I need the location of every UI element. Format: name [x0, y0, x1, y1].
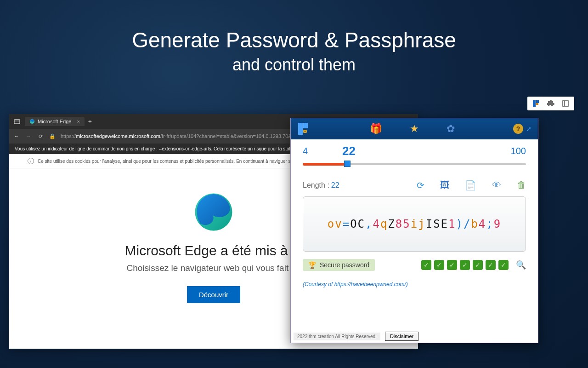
info-icon: i [28, 158, 34, 164]
trophy-icon: 🏆 [308, 261, 316, 269]
length-label: Length : [303, 181, 329, 190]
strength-label: Secure password [320, 261, 369, 269]
cookie-notice-text: Ce site utilise des cookies pour l'analy… [38, 159, 330, 164]
hero-title: Generate Password & Passphrase [0, 28, 588, 52]
courtesy-link[interactable]: (Courtesy of https://haveibeenpwned.com/… [303, 281, 526, 288]
edge-favicon-icon [29, 119, 35, 124]
lock-icon[interactable]: 🔒 [49, 133, 56, 139]
edge-logo-icon [193, 191, 234, 233]
visibility-icon[interactable]: 👁 [492, 180, 501, 191]
slider-thumb[interactable] [344, 161, 351, 167]
slider-fill [303, 163, 347, 166]
popup-logo-icon[interactable] [297, 122, 311, 136]
strength-box: ✓ [434, 260, 444, 270]
hero-subtitle: and control them [0, 55, 588, 75]
tab-title: Microsoft Edge [38, 119, 71, 124]
nav-refresh-icon[interactable]: ⟳ [37, 133, 44, 139]
popup-header: 🎁 ★ ✿ ? ⤢ [291, 118, 538, 139]
nav-back-icon[interactable]: ← [13, 133, 20, 139]
extensions-puzzle-icon[interactable] [547, 99, 555, 108]
inspect-icon[interactable]: 🔍 [516, 260, 526, 270]
strength-badge: 🏆 Secure password [303, 259, 375, 271]
svg-rect-10 [303, 123, 308, 128]
slider-value-label: 22 [342, 144, 356, 158]
discover-button[interactable]: Découvrir [187, 286, 240, 303]
tab-actions-icon[interactable] [12, 116, 22, 126]
svg-rect-3 [563, 101, 568, 106]
length-value: 22 [331, 181, 339, 190]
strength-indicator: ✓✓✓✓✓✓✓ [421, 260, 509, 270]
slider-max-label: 100 [511, 146, 526, 156]
copyright-text: 2022 thm.creation All Rights Reserved. [294, 333, 380, 340]
browser-tab[interactable]: Microsoft Edge × [25, 117, 85, 126]
strength-box: ✓ [421, 260, 431, 270]
svg-rect-1 [536, 103, 538, 105]
slider-min-label: 4 [303, 146, 308, 156]
browser-toolbar-actions [527, 97, 574, 110]
extension-popup: 🎁 ★ ✿ ? ⤢ 4 22 100 Length : 22 ⟳ 🖼 📄 👁 [290, 118, 538, 343]
star-icon[interactable]: ★ [410, 123, 419, 135]
new-tab-button[interactable]: + [88, 118, 92, 125]
svg-rect-0 [533, 100, 536, 107]
sidebar-toggle-icon[interactable] [561, 99, 570, 108]
strength-box: ✓ [447, 260, 457, 270]
svg-rect-9 [298, 123, 303, 135]
strength-box: ✓ [486, 260, 496, 270]
strength-box: ✓ [460, 260, 470, 270]
svg-point-12 [305, 131, 306, 132]
password-output[interactable]: ov=OC,4qZ85ijISE1)/b4;9 [303, 196, 526, 252]
settings-gear-icon[interactable]: ✿ [447, 123, 455, 135]
strength-box: ✓ [473, 260, 483, 270]
disclaimer-button[interactable]: Disclaimer [385, 332, 418, 341]
delete-icon[interactable]: 🗑 [517, 180, 526, 191]
regenerate-icon[interactable]: ⟳ [417, 180, 424, 191]
paste-special-icon[interactable]: 🖼 [440, 180, 449, 191]
length-slider[interactable]: 4 22 100 [303, 146, 526, 164]
svg-rect-5 [14, 120, 20, 124]
help-icon[interactable]: ? [513, 124, 523, 134]
strength-box: ✓ [498, 260, 509, 270]
extension-logo-icon[interactable] [532, 99, 540, 108]
nav-forward-icon[interactable]: → [25, 133, 32, 139]
svg-rect-2 [536, 100, 539, 103]
hero-banner: Generate Password & Passphrase and contr… [0, 28, 588, 75]
gift-icon[interactable]: 🎁 [370, 123, 382, 135]
tab-close-icon[interactable]: × [77, 119, 79, 124]
expand-icon[interactable]: ⤢ [526, 125, 531, 132]
copy-icon[interactable]: 📄 [465, 180, 476, 191]
